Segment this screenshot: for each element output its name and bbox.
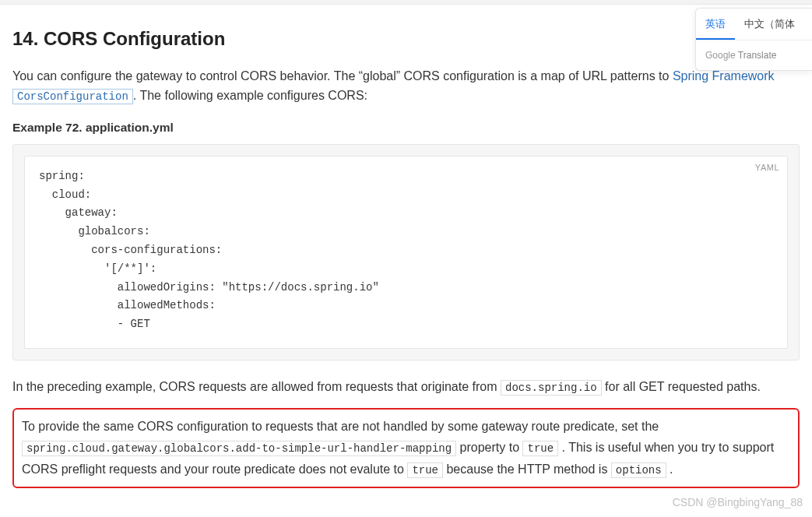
highlighted-note: To provide the same CORS configuration t… — [12, 408, 800, 488]
intro-tail: . The following example configures CORS: — [133, 89, 367, 102]
link-text: Spring Framework — [673, 69, 775, 83]
code-language-badge: YAML — [755, 161, 779, 174]
translate-tab-chinese[interactable]: 中文（简体 — [735, 9, 804, 40]
code-block-container: YAML spring: cloud: gateway: globalcors:… — [12, 144, 800, 360]
note-text-4: because the HTTP method is — [446, 462, 610, 476]
true-value-code-1: true — [522, 441, 558, 456]
followup-paragraph: In the preceding example, CORS requests … — [12, 378, 800, 397]
intro-paragraph: You can configure the gateway to control… — [12, 67, 800, 106]
property-key-code: spring.cloud.gateway.globalcors.add-to-s… — [22, 441, 456, 456]
true-value-code-2: true — [407, 462, 443, 478]
translate-label: Translate — [736, 50, 777, 61]
example-caption: Example 72. application.yml — [12, 118, 800, 136]
options-method-code: options — [611, 462, 666, 478]
google-logo-text: Google — [705, 50, 736, 61]
note-text-5: . — [670, 462, 673, 476]
note-text-2: property to — [460, 441, 523, 454]
csdn-watermark: CSDN @BingbingYang_88 — [673, 494, 803, 511]
translate-brand[interactable]: Google Translate — [696, 40, 812, 70]
section-heading: 14. CORS Configuration — [12, 25, 800, 53]
cors-configuration-code-link[interactable]: CorsConfiguration — [12, 89, 133, 104]
note-text-1: To provide the same CORS configuration t… — [22, 420, 659, 433]
docs-origin-code: docs.spring.io — [501, 380, 602, 396]
translate-tab-english[interactable]: 英语 — [696, 9, 735, 40]
yaml-code[interactable]: spring: cloud: gateway: globalcors: cors… — [39, 167, 773, 334]
followup-before: In the preceding example, CORS requests … — [12, 380, 501, 393]
followup-after: for all GET requested paths. — [602, 380, 761, 393]
translate-widget: 英语 中文（简体 Google Translate — [695, 8, 812, 71]
translate-tabs: 英语 中文（简体 — [696, 9, 812, 40]
code-block: YAML spring: cloud: gateway: globalcors:… — [24, 156, 788, 349]
document-body: 14. CORS Configuration You can configure… — [0, 5, 812, 496]
intro-text: You can configure the gateway to control… — [12, 69, 673, 83]
